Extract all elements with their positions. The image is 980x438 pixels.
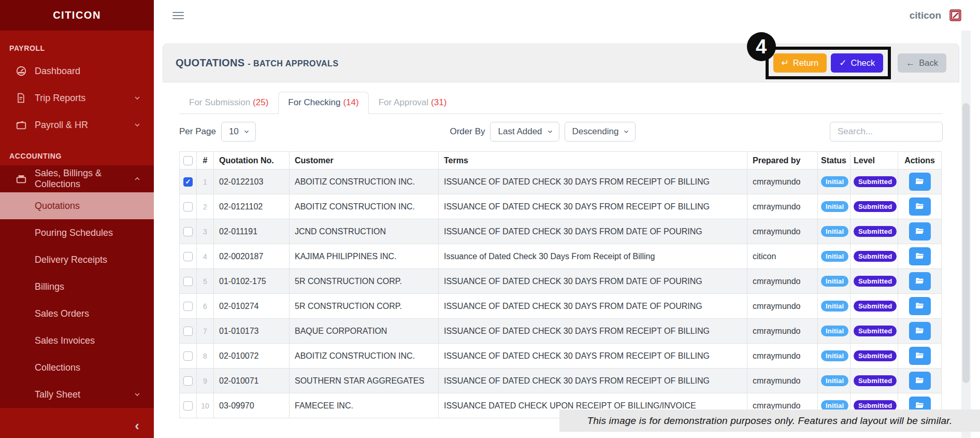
sidebar-subitem[interactable]: Tally Sheet bbox=[0, 381, 154, 408]
quotation-no-cell: 02-011191 bbox=[214, 219, 290, 244]
order-field-select[interactable]: Last Added bbox=[490, 122, 559, 142]
row-checkbox[interactable] bbox=[183, 302, 193, 311]
scrollbar-thumb[interactable] bbox=[962, 103, 970, 383]
return-button[interactable]: ↵ Return bbox=[773, 53, 827, 73]
quotations-table: # Quotation No. Customer Terms Prepared … bbox=[179, 151, 942, 418]
row-number: 4 bbox=[197, 244, 214, 269]
sidebar-subitem-label: Billings bbox=[35, 281, 141, 292]
main-area: citicon QUOTATIONS - BATCH APPROVALS 4 ↵… bbox=[154, 0, 980, 438]
sidebar-item-sales-billings-collections[interactable]: Sales, Billings & Collections bbox=[0, 165, 154, 192]
sidebar-subitem[interactable]: Billings bbox=[0, 273, 154, 300]
sidebar-subitem[interactable]: Collections bbox=[0, 354, 154, 381]
table-row: 9 02-010071 SOUTHERN STAR AGGREGATES ISS… bbox=[180, 369, 941, 393]
row-checkbox[interactable] bbox=[183, 227, 193, 236]
prepared-by-cell: cmraymundo bbox=[747, 319, 818, 343]
collapse-sidebar-icon[interactable]: ‹ bbox=[135, 419, 139, 432]
tab-for-submission[interactable]: For Submission(25) bbox=[179, 92, 278, 114]
level-badge: Submitted bbox=[854, 350, 897, 361]
row-checkbox[interactable] bbox=[183, 177, 193, 187]
customer-cell: BAQUE CORPORATION bbox=[290, 319, 439, 343]
top-navbar: citicon bbox=[154, 0, 980, 31]
demo-disclaimer-banner: This image is for demonstration purposes… bbox=[559, 409, 980, 432]
row-checkbox[interactable] bbox=[183, 277, 193, 286]
open-folder-button[interactable] bbox=[909, 272, 931, 290]
open-folder-button[interactable] bbox=[909, 297, 931, 315]
prepared-by-cell: citicon bbox=[747, 244, 818, 269]
sidebar-subitem[interactable]: Sales Invoices bbox=[0, 327, 154, 354]
prepared-by-cell: cmraymundo bbox=[747, 194, 818, 219]
document-icon bbox=[16, 92, 27, 104]
sidebar-item-trip-reports[interactable]: Trip Reports bbox=[0, 84, 154, 111]
page-scrollbar[interactable] bbox=[961, 31, 971, 438]
row-number: 6 bbox=[197, 294, 214, 318]
open-folder-button[interactable] bbox=[909, 322, 931, 340]
prepared-by-cell: cmraymundo bbox=[747, 269, 818, 293]
sidebar-subitem[interactable]: Quotations bbox=[0, 192, 154, 219]
level-badge: Submitted bbox=[854, 176, 897, 187]
folder-open-icon bbox=[915, 177, 925, 187]
tab-bar: For Submission(25) For Checking(14) For … bbox=[179, 92, 943, 114]
sidebar-item-label: Trip Reports bbox=[35, 93, 133, 104]
open-folder-button[interactable] bbox=[909, 347, 931, 365]
tab-for-approval[interactable]: For Approval(31) bbox=[369, 92, 457, 114]
select-all-checkbox[interactable] bbox=[183, 156, 193, 165]
annotation-highlight-box: 4 ↵ Return ✓ Check bbox=[766, 47, 891, 79]
terms-cell: Issuance of Dated Check 30 Days From Rec… bbox=[439, 244, 747, 269]
per-page-label: Per Page bbox=[179, 126, 216, 137]
prepared-by-cell: cmraymundo bbox=[747, 294, 818, 318]
sidebar-subitem[interactable]: Sales Orders bbox=[0, 300, 154, 327]
tab-for-checking[interactable]: For Checking(14) bbox=[278, 92, 368, 114]
customer-cell: FAMECEE INC. bbox=[290, 393, 439, 418]
folder-open-icon bbox=[915, 376, 925, 386]
open-folder-button[interactable] bbox=[909, 197, 931, 216]
folder-open-icon bbox=[915, 227, 925, 236]
row-checkbox[interactable] bbox=[183, 376, 193, 386]
sidebar-item-payroll-hr[interactable]: Payroll & HR bbox=[0, 111, 154, 138]
sidebar-item-label: Sales, Billings & Collections bbox=[35, 168, 133, 190]
sidebar-subitem-label: Sales Orders bbox=[35, 308, 141, 319]
open-folder-button[interactable] bbox=[909, 222, 931, 241]
open-folder-button[interactable] bbox=[909, 173, 931, 191]
open-folder-button[interactable] bbox=[909, 372, 931, 390]
row-number: 10 bbox=[197, 393, 214, 418]
logout-edit-icon[interactable] bbox=[948, 8, 962, 22]
row-checkbox[interactable] bbox=[183, 202, 193, 211]
sidebar-subitem-label: Delivery Receipts bbox=[35, 255, 141, 265]
quotations-card: QUOTATIONS - BATCH APPROVALS 4 ↵ Return … bbox=[163, 44, 959, 418]
customer-cell: KAJIMA PHILIPPINES INC. bbox=[290, 244, 439, 269]
check-button[interactable]: ✓ Check bbox=[831, 53, 883, 73]
hamburger-menu-icon[interactable] bbox=[172, 10, 184, 21]
terms-cell: ISSUANCE OF DATED CHECK 30 DAYS FROM REC… bbox=[439, 169, 747, 194]
table-row: 1 02-0122103 ABOITIZ CONSTRUCTION INC. I… bbox=[180, 169, 941, 194]
folder-open-icon bbox=[915, 326, 925, 336]
terms-cell: ISSUANCE OF DATED CHECK 30 DAYS FROM DAT… bbox=[439, 294, 747, 318]
section-label-payroll: PAYROLL bbox=[0, 31, 154, 58]
quotation-no-cell: 03-09970 bbox=[214, 393, 290, 418]
row-number: 3 bbox=[197, 219, 214, 244]
table-row: 3 02-011191 JCND CONSTRUCTION ISSUANCE O… bbox=[180, 219, 941, 244]
sidebar-item-dashboard[interactable]: Dashboard bbox=[0, 58, 154, 84]
sidebar-subitem[interactable]: Pouring Schedules bbox=[0, 219, 154, 246]
row-checkbox[interactable] bbox=[183, 327, 193, 336]
back-button[interactable]: ← Back bbox=[898, 53, 946, 73]
status-badge: Initial bbox=[821, 251, 848, 262]
back-arrow-icon: ← bbox=[906, 59, 915, 67]
level-badge: Submitted bbox=[854, 251, 897, 262]
table-row: 2 02-0121102 ABOITIZ CONSTRUCTION INC. I… bbox=[180, 194, 941, 219]
column-header: Customer bbox=[290, 152, 439, 169]
customer-cell: 5R CONSTRUCTION CORP. bbox=[290, 269, 439, 293]
row-number: 9 bbox=[197, 369, 214, 393]
column-header: Terms bbox=[439, 152, 747, 169]
search-input[interactable] bbox=[830, 122, 943, 142]
terms-cell: ISSUANCE OF DATED CHECK 30 DAYS FROM REC… bbox=[439, 344, 747, 368]
order-direction-select[interactable]: Descending bbox=[565, 122, 636, 142]
chevron-down-icon bbox=[546, 128, 554, 135]
page-title: QUOTATIONS - BATCH APPROVALS bbox=[176, 57, 339, 69]
row-checkbox[interactable] bbox=[183, 252, 193, 261]
section-label-accounting: ACCOUNTING bbox=[0, 138, 154, 165]
row-checkbox[interactable] bbox=[183, 401, 193, 411]
sidebar-subitem[interactable]: Delivery Receipts bbox=[0, 246, 154, 273]
row-checkbox[interactable] bbox=[183, 351, 193, 361]
per-page-select[interactable]: 10 bbox=[221, 122, 256, 142]
open-folder-button[interactable] bbox=[909, 247, 931, 265]
